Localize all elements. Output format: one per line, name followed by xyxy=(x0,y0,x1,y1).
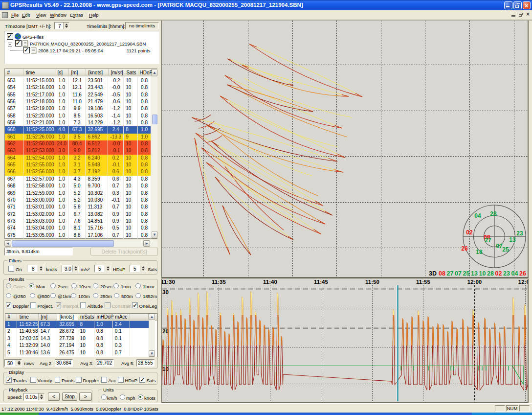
svg-text:27: 27 xyxy=(447,270,454,277)
svg-text:23: 23 xyxy=(503,270,510,277)
svg-text:20: 20 xyxy=(162,328,169,334)
svg-text:07: 07 xyxy=(455,270,462,277)
svg-text:25: 25 xyxy=(502,246,509,253)
svg-text:11:40: 11:40 xyxy=(263,279,277,285)
svg-text:04: 04 xyxy=(511,270,518,277)
svg-text:12:05: 12:05 xyxy=(518,279,528,285)
svg-text:11:50: 11:50 xyxy=(365,279,379,285)
svg-text:3D: 3D xyxy=(429,270,437,277)
svg-text:07: 07 xyxy=(496,243,503,250)
svg-text:11:55: 11:55 xyxy=(416,279,430,285)
svg-text:10: 10 xyxy=(162,366,169,372)
svg-text:28: 28 xyxy=(490,210,497,217)
svg-text:08: 08 xyxy=(439,270,445,277)
svg-text:10: 10 xyxy=(479,270,486,277)
svg-text:28: 28 xyxy=(487,270,494,277)
svg-text:18: 18 xyxy=(476,249,483,255)
svg-text:13: 13 xyxy=(509,236,516,243)
svg-text:13: 13 xyxy=(471,270,478,277)
svg-text:27: 27 xyxy=(485,237,491,244)
svg-text:11:30: 11:30 xyxy=(162,279,175,285)
svg-text:26: 26 xyxy=(519,270,526,277)
svg-text:11:45: 11:45 xyxy=(314,279,328,285)
svg-text:26: 26 xyxy=(461,245,468,252)
svg-text:12:00: 12:00 xyxy=(467,279,482,285)
svg-text:30: 30 xyxy=(162,289,169,295)
svg-text:02: 02 xyxy=(466,229,473,236)
svg-text:23: 23 xyxy=(516,230,523,237)
svg-text:04: 04 xyxy=(474,212,481,219)
svg-text:11:35: 11:35 xyxy=(212,279,226,285)
svg-text:02: 02 xyxy=(495,270,502,277)
svg-text:25: 25 xyxy=(463,270,470,277)
